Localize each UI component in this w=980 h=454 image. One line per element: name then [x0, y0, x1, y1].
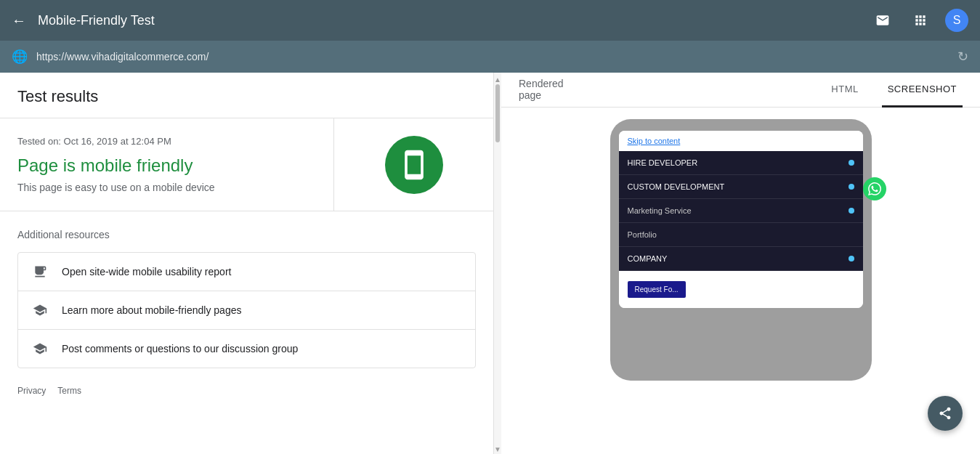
nav-dot-2	[849, 184, 854, 190]
nav-marketing-service: Marketing Service	[619, 199, 863, 223]
url-text: https://www.vihadigitalcommerce.com/	[36, 51, 949, 62]
result-subtitle: This page is easy to use on a mobile dev…	[17, 182, 316, 193]
result-title: Page is mobile friendly	[17, 155, 316, 176]
nav-portfolio: Portfolio	[619, 223, 863, 247]
nav-dot-5	[849, 256, 854, 262]
resource-item-1[interactable]: Open site-wide mobile usability report	[18, 253, 475, 291]
right-panel-tabs: Rendered page HTML SCREENSHOT	[501, 73, 980, 108]
left-panel: Test results Tested on: Oct 16, 2019 at …	[0, 73, 494, 454]
tab-html[interactable]: HTML	[825, 73, 864, 108]
footer: Privacy Terms	[0, 374, 493, 408]
test-results-header: Test results	[0, 73, 493, 118]
scroll-up-arrow: ▲	[494, 76, 501, 84]
terms-link[interactable]: Terms	[57, 386, 81, 396]
resource-text-2: Learn more about mobile-friendly pages	[62, 304, 241, 316]
resource-item-2[interactable]: Learn more about mobile-friendly pages	[18, 291, 475, 330]
header-icons: S	[870, 7, 968, 33]
header-bar: ← Mobile-Friendly Test S	[0, 0, 980, 41]
whatsapp-icon	[868, 182, 881, 195]
phone-nav: HIRE DEVELOPER CUSTOM DEVELOPMENT Market…	[619, 151, 863, 271]
avatar[interactable]: S	[945, 9, 968, 32]
school-icon-1	[33, 303, 50, 317]
nav-dot-3	[849, 208, 854, 214]
back-button[interactable]: ←	[12, 12, 26, 29]
school-icon-2	[33, 341, 50, 356]
share-icon	[938, 406, 952, 421]
request-button[interactable]: Request Fo...	[628, 281, 686, 298]
additional-resources-title: Additional resources	[17, 229, 476, 240]
privacy-link[interactable]: Privacy	[17, 386, 46, 396]
result-icon-area	[333, 118, 493, 211]
resource-item-3[interactable]: Post comments or questions to our discus…	[18, 330, 475, 368]
report-icon	[33, 264, 50, 279]
notification-icon	[875, 13, 890, 28]
phone-icon	[398, 149, 430, 181]
main-content: Test results Tested on: Oct 16, 2019 at …	[0, 73, 980, 454]
tab-screenshot[interactable]: SCREENSHOT	[882, 73, 963, 108]
resource-text-1: Open site-wide mobile usability report	[62, 266, 231, 277]
resource-list: Open site-wide mobile usability report L…	[17, 252, 476, 368]
phone-mockup-area: Skip to content HIRE DEVELOPER CUSTOM DE…	[501, 108, 980, 454]
nav-company: COMPANY	[619, 247, 863, 271]
additional-resources: Additional resources Open site-wide mobi…	[0, 211, 493, 374]
scroll-down-arrow: ▼	[494, 445, 501, 454]
resource-text-3: Post comments or questions to our discus…	[62, 343, 298, 354]
result-date: Tested on: Oct 16, 2019 at 12:04 PM	[17, 136, 316, 147]
nav-dot-1	[849, 160, 854, 166]
apps-icon	[913, 13, 928, 28]
apps-button[interactable]	[907, 7, 934, 33]
phone-screen: Skip to content HIRE DEVELOPER CUSTOM DE…	[619, 131, 863, 308]
share-fab[interactable]	[928, 396, 963, 431]
skip-to-content-link[interactable]: Skip to content	[619, 131, 863, 151]
whatsapp-float-button[interactable]	[863, 177, 886, 200]
request-btn-area: Request Fo...	[619, 271, 863, 308]
refresh-button[interactable]: ↻	[957, 49, 968, 65]
mobile-friendly-icon	[385, 136, 443, 194]
right-panel: Rendered page HTML SCREENSHOT Skip to co…	[501, 73, 980, 454]
result-card-content: Tested on: Oct 16, 2019 at 12:04 PM Page…	[0, 118, 333, 211]
nav-custom-development: CUSTOM DEVELOPMENT	[619, 175, 863, 199]
tabs-container: HTML SCREENSHOT	[808, 73, 963, 108]
phone-outer: Skip to content HIRE DEVELOPER CUSTOM DE…	[610, 119, 872, 381]
page-title: Mobile-Friendly Test	[38, 13, 858, 28]
url-bar: 🌐 https://www.vihadigitalcommerce.com/ ↻	[0, 41, 980, 73]
scroll-thumb[interactable]	[495, 84, 500, 142]
panel-scrollbar: ▲ ▼	[494, 73, 501, 454]
rendered-page-label: Rendered page	[519, 78, 564, 102]
globe-icon: 🌐	[12, 49, 28, 65]
nav-hire-developer: HIRE DEVELOPER	[619, 151, 863, 175]
notification-button[interactable]	[870, 7, 896, 33]
result-card: Tested on: Oct 16, 2019 at 12:04 PM Page…	[0, 118, 493, 211]
